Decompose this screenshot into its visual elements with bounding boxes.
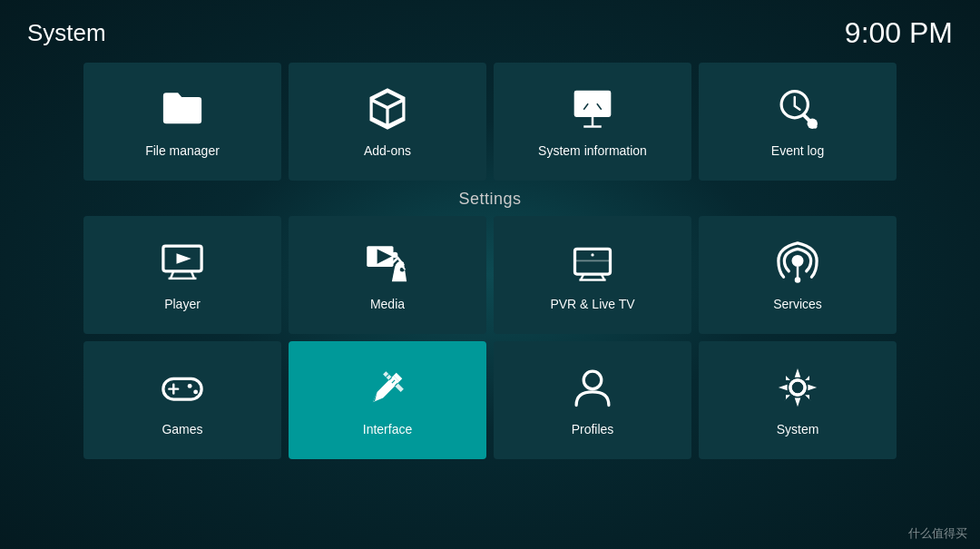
interface-icon: [364, 364, 411, 415]
tile-system-label: System: [777, 422, 819, 436]
clock: 9:00 PM: [845, 16, 953, 50]
tile-pvr-label: PVR & Live TV: [550, 297, 634, 311]
tile-system[interactable]: System: [699, 341, 897, 459]
svg-point-24: [591, 253, 593, 256]
tile-media-label: Media: [370, 297, 405, 311]
header: System 9:00 PM: [0, 0, 980, 59]
media-icon: [364, 239, 411, 289]
tile-file-manager[interactable]: File manager: [83, 63, 281, 181]
tile-games-label: Games: [162, 422, 202, 436]
tile-event-log-label: Event log: [771, 143, 824, 158]
tile-system-information[interactable]: System information: [494, 63, 691, 181]
tile-games[interactable]: Games: [83, 341, 281, 459]
tile-services-label: Services: [773, 297, 822, 311]
watermark: 什么值得买: [908, 525, 967, 542]
svg-point-39: [790, 380, 805, 395]
tile-player[interactable]: Player: [83, 216, 281, 334]
tv-icon: [569, 239, 616, 289]
svg-marker-11: [177, 253, 191, 263]
box-icon: [364, 85, 411, 136]
clock-search-icon: [774, 85, 821, 136]
svg-point-9: [808, 119, 818, 129]
profile-icon: [569, 364, 616, 415]
svg-point-37: [583, 371, 602, 389]
page-title: System: [27, 19, 106, 47]
tile-event-log[interactable]: Event log: [699, 63, 897, 181]
tile-file-manager-label: File manager: [145, 143, 220, 158]
svg-point-32: [193, 389, 198, 394]
svg-point-27: [795, 277, 801, 283]
presentation-icon: [569, 85, 616, 136]
settings-row-2: Games Interface Profiles: [0, 341, 980, 459]
system-icon: [774, 364, 821, 415]
svg-point-25: [792, 255, 804, 267]
podcast-icon: [774, 239, 821, 289]
tile-profiles-label: Profiles: [572, 422, 614, 436]
folder-icon: [159, 85, 206, 136]
svg-point-17: [392, 252, 398, 259]
tile-player-label: Player: [164, 297, 201, 311]
svg-point-31: [188, 384, 192, 388]
tile-add-ons[interactable]: Add-ons: [289, 63, 486, 181]
gamepad-icon: [159, 364, 206, 415]
top-tiles-row: File manager Add-ons System information …: [0, 63, 980, 181]
tile-media[interactable]: Media: [289, 216, 486, 334]
tile-profiles[interactable]: Profiles: [494, 341, 691, 459]
tile-system-information-label: System information: [538, 143, 647, 158]
settings-row-1: Player Media PVR & Live TV Services: [0, 216, 980, 334]
tile-services[interactable]: Services: [699, 216, 897, 334]
settings-section-label: Settings: [0, 190, 980, 209]
tile-add-ons-label: Add-ons: [364, 143, 411, 158]
svg-point-3: [588, 99, 597, 108]
tile-pvr[interactable]: PVR & Live TV: [494, 216, 691, 334]
monitor-play-icon: [159, 239, 206, 289]
tile-interface-label: Interface: [363, 422, 412, 436]
tile-interface[interactable]: Interface: [289, 341, 486, 459]
